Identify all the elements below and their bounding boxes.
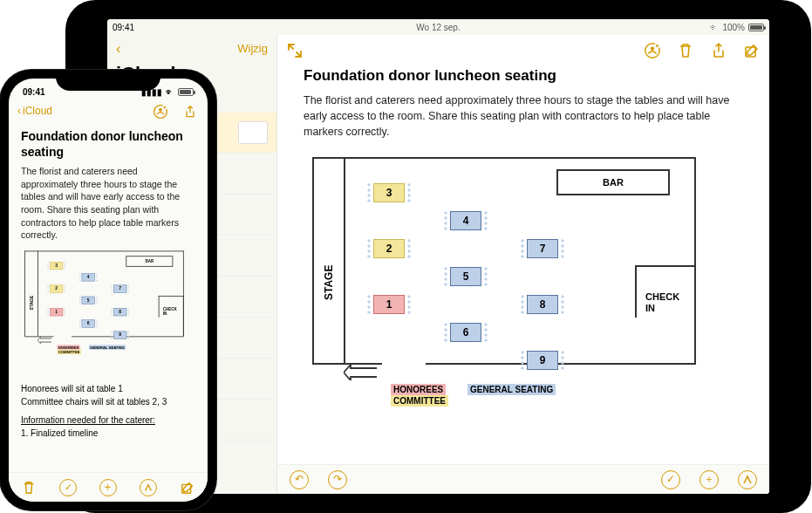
checklist-icon[interactable]: ✓ bbox=[661, 470, 680, 489]
checkin-label: CHECKIN bbox=[645, 291, 679, 312]
trash-icon[interactable] bbox=[677, 42, 694, 59]
undo-icon[interactable]: ↶ bbox=[290, 470, 309, 489]
markup-icon[interactable] bbox=[140, 479, 157, 496]
table-6: 6 bbox=[450, 323, 481, 342]
table-4: 4 bbox=[450, 211, 481, 230]
back-button[interactable]: ‹ iCloud bbox=[17, 105, 52, 119]
seating-sketch: BAR 3 2 1 4 5 6 7 8 9 STAGE CHECKIN HONO… bbox=[21, 249, 195, 375]
legend-honorees: HONOREES bbox=[391, 384, 446, 395]
table-7: 7 bbox=[527, 239, 558, 258]
battery-icon bbox=[178, 88, 194, 96]
legend-general: GENERAL SEATING bbox=[467, 384, 556, 395]
wifi-icon: ᯤ bbox=[166, 86, 174, 98]
entrance-arrow-icon bbox=[344, 365, 379, 380]
svg-point-1 bbox=[651, 47, 654, 51]
signal-icon: ▮▮▮▮ bbox=[141, 86, 162, 98]
iphone-device: 09:41 ▮▮▮▮ ᯤ ‹ iCloud Foundation bbox=[0, 70, 216, 510]
add-person-icon[interactable] bbox=[152, 103, 169, 120]
note-thumbnail bbox=[238, 121, 268, 144]
edit-button[interactable]: Wijzig bbox=[237, 42, 268, 57]
seating-sketch: BAR 3 2 1 4 5 6 7 8 9 STAGE CHECKIN bbox=[304, 152, 722, 405]
expand-icon[interactable] bbox=[286, 42, 304, 59]
note-body-text: The florist and caterers need approximat… bbox=[304, 92, 743, 140]
battery-icon bbox=[748, 24, 764, 31]
legend: HONOREES COMMITTEE GENERAL SEATING bbox=[391, 384, 556, 407]
markup-icon[interactable] bbox=[738, 470, 757, 489]
iphone-note-content[interactable]: Foundation donor luncheon seating The fl… bbox=[9, 124, 208, 472]
table-8: 8 bbox=[527, 295, 558, 314]
note-content[interactable]: Foundation donor luncheon seating The fl… bbox=[277, 66, 769, 494]
table-5: 5 bbox=[450, 267, 481, 286]
table-9: 9 bbox=[527, 351, 558, 370]
iphone-screen: 09:41 ▮▮▮▮ ᯤ ‹ iCloud Foundation bbox=[9, 79, 208, 502]
note-title: Foundation donor luncheon seating bbox=[21, 129, 195, 160]
iphone-status-bar: 09:41 ▮▮▮▮ ᯤ bbox=[9, 79, 208, 99]
status-date: Wo 12 sep. bbox=[416, 22, 460, 33]
note-detail-pane: Foundation donor luncheon seating The fl… bbox=[277, 35, 769, 494]
battery-percent: 100% bbox=[722, 22, 745, 33]
table-2: 2 bbox=[373, 239, 405, 258]
legend-committee: COMMITTEE bbox=[391, 395, 448, 407]
iphone-nav-bar: ‹ iCloud bbox=[9, 99, 208, 124]
checklist-icon[interactable]: ✓ bbox=[59, 479, 77, 496]
table-1: 1 bbox=[373, 295, 405, 314]
ipad-status-bar: 09:41 Wo 12 sep. ᯤ 100% bbox=[107, 19, 769, 35]
iphone-bottom-toolbar: ✓ ＋ bbox=[9, 472, 208, 502]
table-3: 3 bbox=[373, 183, 405, 202]
bar-label: BAR bbox=[556, 169, 670, 195]
status-time: 09:41 bbox=[113, 22, 134, 33]
chevron-left-icon: ‹ bbox=[17, 105, 21, 119]
compose-icon[interactable] bbox=[743, 42, 761, 59]
add-icon[interactable]: ＋ bbox=[699, 470, 719, 489]
wifi-icon: ᯤ bbox=[710, 22, 719, 33]
note-body-text: The florist and caterers need approximat… bbox=[21, 165, 195, 242]
status-time: 09:41 bbox=[23, 86, 45, 98]
share-icon[interactable] bbox=[710, 42, 727, 59]
note-toolbar bbox=[277, 35, 769, 66]
note-bottom-toolbar: ↶ ↷ ✓ ＋ bbox=[277, 464, 769, 494]
redo-icon[interactable]: ↷ bbox=[328, 470, 347, 489]
back-icon[interactable]: ‹ bbox=[116, 40, 120, 58]
trash-icon[interactable] bbox=[20, 479, 38, 496]
add-person-icon[interactable] bbox=[644, 42, 661, 59]
share-icon[interactable] bbox=[181, 103, 199, 120]
note-title: Foundation donor luncheon seating bbox=[304, 66, 743, 86]
add-icon[interactable]: ＋ bbox=[99, 479, 117, 496]
stage-label: STAGE bbox=[323, 265, 337, 300]
compose-icon[interactable] bbox=[179, 479, 196, 496]
note-additional-text: Honorees will sit at table 1 Committee c… bbox=[21, 382, 195, 440]
svg-point-5 bbox=[159, 108, 162, 112]
